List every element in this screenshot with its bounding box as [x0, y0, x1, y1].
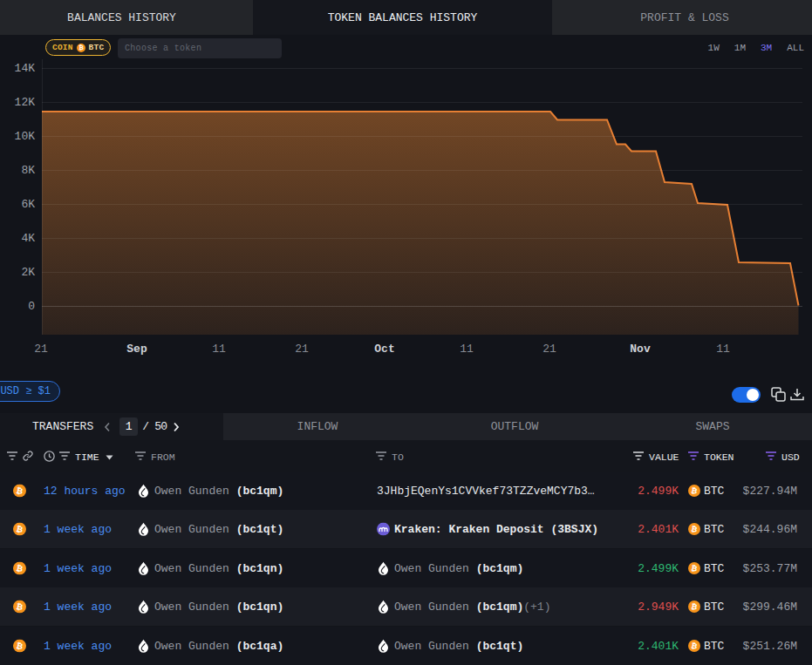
svg-text:₿: ₿ [78, 44, 84, 51]
